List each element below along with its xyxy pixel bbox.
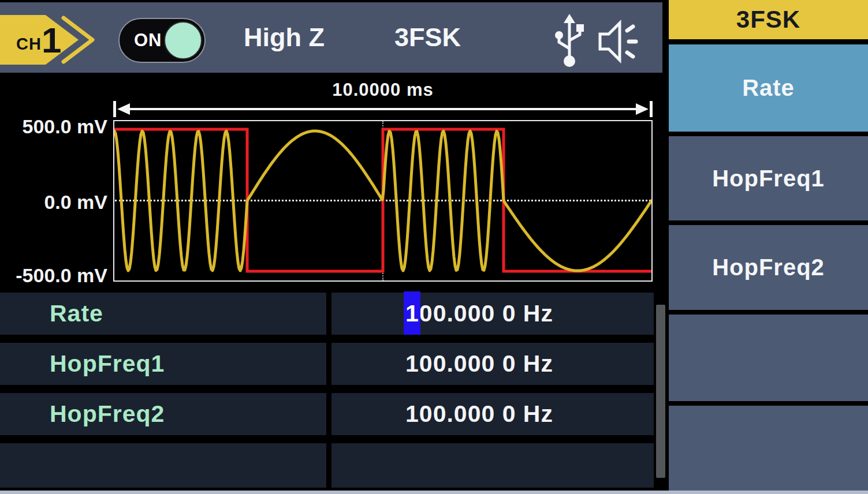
param-value-rate[interactable]: 100.000 0 Hz <box>331 293 654 335</box>
edit-cursor-digit[interactable]: 1 <box>405 300 419 327</box>
param-label-hopfreq1: HopFreq1 <box>0 343 326 385</box>
time-span-arrow <box>113 100 653 118</box>
param-label-rate: Rate <box>0 293 326 335</box>
softkey-hopfreq1[interactable]: HopFreq1 <box>669 136 868 220</box>
time-span-label: 10.0000 ms <box>113 80 653 100</box>
param-value-empty <box>331 443 654 488</box>
y-axis-label-max: 500.0 mV <box>0 116 107 137</box>
softkey-sidebar: 3FSK Rate HopFreq1 HopFreq2 <box>669 0 868 494</box>
channel-badge[interactable]: CH1 <box>0 15 98 65</box>
param-value-rate-rest: 00.000 0 Hz <box>419 300 553 327</box>
modulation-mode-label: 3FSK <box>374 2 481 73</box>
softkey-blank-2[interactable] <box>669 406 868 491</box>
impedance-label: High Z <box>226 2 342 73</box>
fsk-waveform-plot <box>114 121 651 280</box>
table-scrollbar[interactable] <box>656 305 665 478</box>
softkey-rate[interactable]: Rate <box>669 44 868 132</box>
chevron-right-icon <box>60 16 97 64</box>
param-label-empty <box>0 443 326 488</box>
waveform-display <box>113 120 653 282</box>
speaker-icon <box>598 20 647 63</box>
sidebar-title: 3FSK <box>669 0 868 39</box>
y-axis-label-zero: 0.0 mV <box>0 192 107 212</box>
table-row-rate[interactable]: Rate 100.000 0 Hz <box>0 293 654 335</box>
param-label-hopfreq2: HopFreq2 <box>0 393 326 435</box>
output-toggle[interactable]: ON <box>118 18 206 63</box>
param-value-hopfreq2[interactable]: 100.000 0 Hz <box>331 393 654 435</box>
table-row-empty <box>0 443 654 488</box>
output-toggle-label: ON <box>134 30 162 51</box>
usb-icon <box>553 14 586 68</box>
softkey-hopfreq2[interactable]: HopFreq2 <box>669 225 868 310</box>
channel-label-prefix: CH <box>16 35 42 54</box>
table-row-hopfreq1[interactable]: HopFreq1 100.000 0 Hz <box>0 343 654 385</box>
param-value-hopfreq1[interactable]: 100.000 0 Hz <box>331 343 654 385</box>
output-toggle-knob[interactable] <box>164 21 202 59</box>
top-status-bar: CH1 ON High Z 3FSK <box>0 2 662 73</box>
channel-label-number: 1 <box>42 20 61 61</box>
channel-label: CH1 <box>16 15 61 65</box>
y-axis-label-min: -500.0 mV <box>0 265 107 286</box>
signal-generator-screen: CH1 ON High Z 3FSK <box>0 0 868 494</box>
table-row-hopfreq2[interactable]: HopFreq2 100.000 0 Hz <box>0 393 654 435</box>
softkey-blank-1[interactable] <box>669 315 868 401</box>
screen-bottom-edge <box>0 491 868 494</box>
